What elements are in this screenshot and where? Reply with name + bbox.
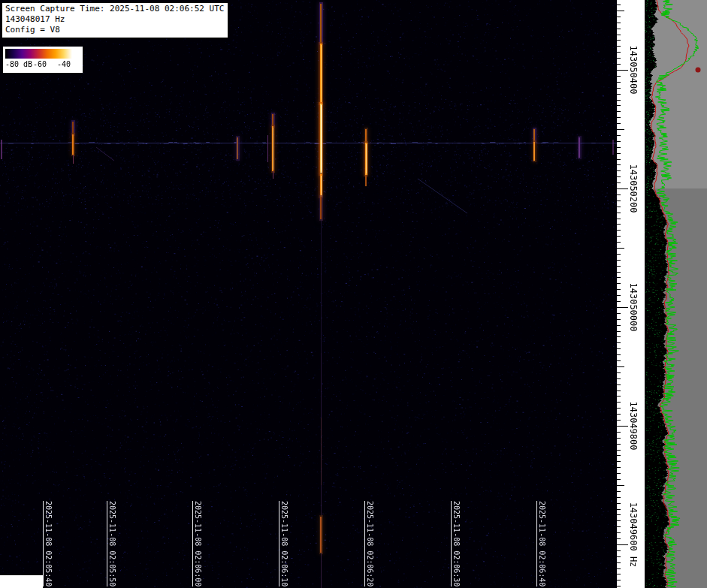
colorbar-gradient	[5, 49, 72, 59]
capture-time-text: Screen Capture Time: 2025-11-08 02:06:52…	[5, 4, 224, 14]
colorbar-max-label: -40	[57, 60, 71, 68]
colorbar-labels: -80 dB -60 -40	[3, 60, 83, 71]
spectrogram-canvas	[0, 0, 707, 588]
bottom-left-box	[0, 575, 43, 588]
colorbar: -80 dB -60 -40	[3, 47, 83, 73]
capture-info-box: Screen Capture Time: 2025-11-08 02:06:52…	[2, 2, 228, 38]
config-text: Config = V8	[5, 25, 224, 35]
colorbar-mid-label: -60	[33, 60, 47, 68]
screen: 1430504001430502001430500001430498001430…	[0, 0, 707, 588]
colorbar-min-label: -80 dB	[5, 60, 32, 68]
center-frequency-text: 143048017 Hz	[5, 14, 224, 25]
